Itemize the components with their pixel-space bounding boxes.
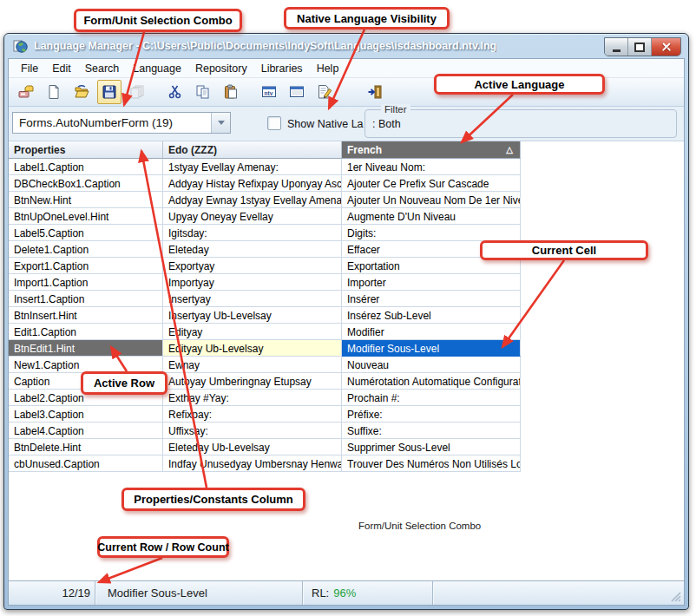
cell-french[interactable]: Suffixe: [342,423,521,439]
cell-french[interactable]: Modifier [342,324,521,340]
cell-edo[interactable]: Addyay Histay Refixpay Uponyay Ascad [163,175,342,192]
cell-french[interactable]: Supprimer Sous-Level [342,439,521,455]
cell-edo[interactable]: Edityay [163,324,342,340]
open-file-button[interactable] [69,80,94,104]
save-button[interactable] [97,80,121,104]
cell-edo[interactable]: Insertyay [163,291,342,307]
cell-edo[interactable]: Importyay [163,274,342,291]
paste-button[interactable] [219,80,243,104]
table-row[interactable]: Label4.Caption Uffixsay: Suffixe: [9,423,684,439]
close-button[interactable] [652,38,680,56]
cell-edo[interactable]: Addyay Ewnay 1styay Evellay Amenay [163,192,342,208]
table-row[interactable]: BtnDelete.Hint Eleteday Ub-Levelsay Supp… [9,439,684,455]
cell-edo[interactable]: 1styay Evellay Amenay: [163,159,342,175]
cell-property[interactable]: Label1.Caption [9,159,163,175]
cell-french[interactable]: Préfixe: [342,406,521,423]
column-header-edo[interactable]: Edo (ZZZ) [163,141,342,159]
cell-property[interactable]: BtnDelete.Hint [9,439,163,455]
status-bar: 12/19 Modifier Sous-Level RL: 96% [9,580,684,605]
window-options-button[interactable] [285,80,309,104]
cell-french[interactable]: Modifier Sous-Level [342,340,521,357]
cell-property[interactable]: Import1.Caption [9,274,163,291]
cell-french[interactable]: Insérez Sub-Level [342,307,521,324]
save-all-button[interactable] [125,80,149,104]
menu-item[interactable]: Search [78,61,127,76]
cell-edo[interactable]: Eleteday Ub-Levelsay [163,439,342,455]
minimize-button[interactable] [605,38,628,56]
cell-edo[interactable]: Insertyay Ub-Levelsay [163,307,342,324]
cell-property[interactable]: Label5.Caption [9,225,163,241]
cell-property[interactable]: Export1.Caption [9,258,163,274]
cell-french[interactable]: Ajouter Ce Prefix Sur Cascade [342,175,521,192]
cell-property[interactable]: BtnEdit1.Hint [9,340,163,357]
cell-edo[interactable]: Uffixsay: [163,423,342,439]
edit-translation-button[interactable] [312,80,337,104]
form-unit-combo[interactable]: Forms.AutoNumberForm (19) [12,112,231,134]
cell-edo[interactable]: Upyay Oneyay Evellay [163,208,342,225]
show-native-checkbox[interactable] [267,116,281,130]
table-row[interactable]: BtnUpOneLevel.Hint Upyay Oneyay Evellay … [9,208,684,225]
cell-property[interactable]: BtnUpOneLevel.Hint [9,208,163,225]
cell-property[interactable]: Insert1.Caption [9,291,163,307]
menu-item[interactable]: Language [126,61,188,76]
ntv-window-button[interactable]: ntv [257,80,281,104]
menu-item[interactable]: Repository [188,61,254,76]
table-row[interactable]: Label5.Caption Igitsday: Digits: [9,225,684,241]
cell-french[interactable]: Prochain #: [342,390,521,406]
cell-edo[interactable]: Refixpay: [163,406,342,423]
table-row[interactable]: Label1.Caption 1styay Evellay Amenay: 1e… [9,159,684,175]
table-row[interactable]: Label3.Caption Refixpay: Préfixe: [9,406,684,423]
column-header-properties[interactable]: Properties [9,141,163,159]
cell-french[interactable]: Digits: [342,225,521,241]
cell-property[interactable]: Delete1.Caption [9,241,163,258]
menu-item[interactable]: Edit [45,61,78,76]
table-row[interactable]: BtnInsert.Hint Insertyay Ub-Levelsay Ins… [9,307,684,324]
cell-edo[interactable]: Ewnay [163,357,342,373]
table-row[interactable]: DBCheckBox1.Caption Addyay Histay Refixp… [9,175,684,192]
combo-dropdown-button[interactable] [211,113,230,133]
cell-edo[interactable]: Autoyay Umberingnay Etupsay [163,373,342,390]
cell-edo[interactable]: Edityay Ub-Levelsay [163,340,342,357]
cell-property[interactable]: DBCheckBox1.Caption [9,175,163,192]
cell-property[interactable]: BtnInsert.Hint [9,307,163,324]
cell-edo[interactable]: Exportyay [163,258,342,274]
menu-item[interactable]: Help [310,61,346,76]
menu-item[interactable]: Libraries [254,61,310,76]
cell-french[interactable]: Importer [342,274,521,291]
new-translation-button[interactable] [14,80,38,104]
cell-french[interactable]: Nouveau [342,357,521,373]
column-header-french[interactable]: French △ [342,141,521,159]
table-row[interactable]: Edit1.Caption Edityay Modifier [9,324,684,340]
exit-icon [367,84,383,100]
exit-button[interactable] [363,80,387,104]
cell-property[interactable]: Edit1.Caption [9,324,163,340]
cell-property[interactable]: BtnNew.Hint [9,192,163,208]
cell-edo[interactable]: Indfay Unusedyay Umbersnay Henway [163,455,342,472]
table-row[interactable]: Insert1.Caption Insertyay Insérer [9,291,684,307]
cell-edo[interactable]: Exthay #Yay: [163,390,342,406]
cell-french[interactable]: 1er Niveau Nom: [342,159,521,175]
cell-french[interactable]: Numérotation Automatique Configuration [342,373,521,390]
new-file-icon [46,84,62,100]
restore-button[interactable] [628,38,652,56]
resize-grip[interactable] [670,591,681,602]
new-file-button[interactable] [42,80,66,104]
menu-item[interactable]: File [14,61,45,76]
callout-active-row: Active Row [81,371,167,395]
cell-property[interactable]: Label4.Caption [9,423,163,439]
cell-french[interactable]: Ajouter Un Nouveau Nom De 1er Niveau [342,192,521,208]
table-row[interactable]: BtnEdit1.Hint Edityay Ub-Levelsay Modifi… [9,340,684,357]
table-row[interactable]: Import1.Caption Importyay Importer [9,274,684,291]
cut-button[interactable] [163,80,187,104]
cell-property[interactable]: Label3.Caption [9,406,163,423]
cell-edo[interactable]: Eleteday [163,241,342,258]
table-row[interactable]: BtnNew.Hint Addyay Ewnay 1styay Evellay … [9,192,684,208]
cell-property[interactable]: cbUnused.Caption [9,455,163,472]
cell-french[interactable]: Insérer [342,291,521,307]
cell-french[interactable]: Trouver Des Numéros Non Utilisés Lorsc [342,455,521,472]
callout-properties-column: Properties/Constants Column [121,488,305,511]
cell-french[interactable]: Augmente D'Un Niveau [342,208,521,225]
copy-button[interactable] [191,80,215,104]
table-row[interactable]: cbUnused.Caption Indfay Unusedyay Umbers… [9,455,684,472]
cell-edo[interactable]: Igitsday: [163,225,342,241]
